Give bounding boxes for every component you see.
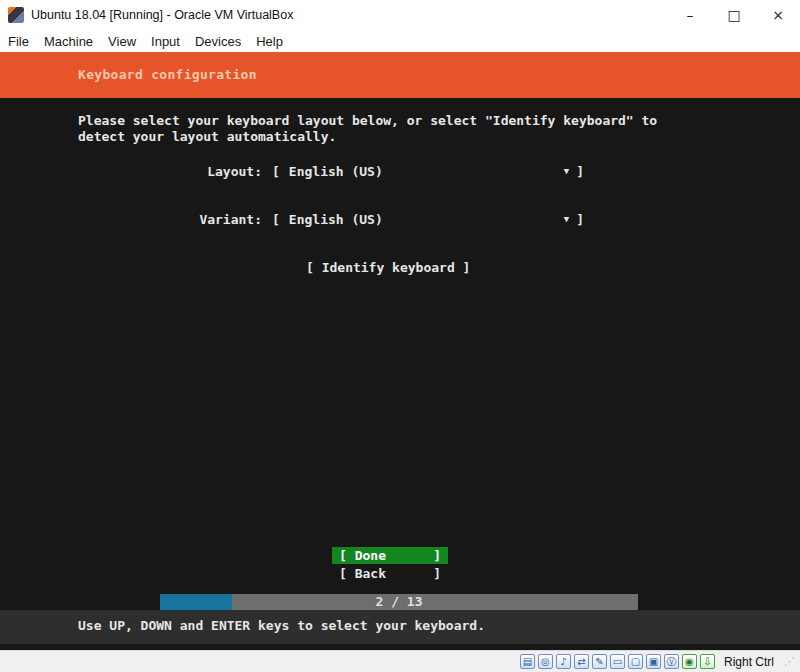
virtualbox-logo-icon	[8, 7, 24, 23]
layout-value: English (US)	[289, 164, 383, 179]
instruction-line-2: detect your layout automatically.	[78, 129, 657, 145]
layout-dropdown[interactable]: [ English (US) ▼ ]	[272, 164, 584, 179]
keyboard-hint-text: Use UP, DOWN and ENTER keys to select yo…	[78, 610, 485, 642]
features-icon[interactable]: Ⓥ	[664, 654, 679, 669]
menu-devices[interactable]: Devices	[195, 34, 241, 49]
done-button[interactable]: [ Done ]	[332, 547, 448, 564]
identify-keyboard-button[interactable]: [ Identify keyboard ]	[306, 260, 470, 275]
variant-value: English (US)	[289, 212, 383, 227]
close-button[interactable]: ×	[756, 0, 800, 30]
back-button[interactable]: [ Back ]	[332, 565, 448, 582]
recording-icon[interactable]: ▣	[646, 654, 661, 669]
audio-icon[interactable]: ♪	[556, 654, 571, 669]
variant-label: Variant:	[150, 212, 262, 227]
window-title: Ubuntu 18.04 [Running] - Oracle VM Virtu…	[31, 8, 293, 22]
page-title: Keyboard configuration	[78, 52, 257, 98]
progress-bar: 2 / 13	[160, 594, 638, 610]
vm-display[interactable]: Keyboard configuration Please select you…	[0, 52, 800, 650]
chevron-down-icon: ▼	[564, 164, 569, 179]
variant-dropdown[interactable]: [ English (US) ▼ ]	[272, 212, 584, 227]
shared-folders-icon[interactable]: ▭	[610, 654, 625, 669]
host-key-label: Right Ctrl	[724, 655, 774, 669]
layout-close-bracket: ]	[576, 164, 584, 179]
optical-disc-icon[interactable]: ◎	[538, 654, 553, 669]
minimize-button[interactable]: –	[668, 0, 712, 30]
menubar: File Machine View Input Devices Help	[0, 30, 800, 52]
chevron-down-icon: ▼	[564, 212, 569, 227]
window-titlebar: Ubuntu 18.04 [Running] - Oracle VM Virtu…	[0, 0, 800, 30]
menu-file[interactable]: File	[8, 34, 29, 49]
installer-footer: Use UP, DOWN and ENTER keys to select yo…	[0, 610, 800, 644]
instruction-text: Please select your keyboard layout below…	[78, 113, 657, 144]
layout-field-row: Layout: [ English (US) ▼ ]	[0, 164, 800, 181]
window-controls: – □ ×	[668, 0, 800, 30]
layout-label: Layout:	[150, 164, 262, 179]
installer-header: Keyboard configuration	[0, 52, 800, 98]
hard-disk-icon[interactable]: ▤	[520, 654, 535, 669]
menu-input[interactable]: Input	[151, 34, 180, 49]
menu-view[interactable]: View	[108, 34, 136, 49]
network-icon[interactable]: ⇄	[574, 654, 589, 669]
instruction-line-1: Please select your keyboard layout below…	[78, 113, 657, 129]
variant-open-bracket: [	[272, 212, 280, 227]
display-icon[interactable]: ▢	[628, 654, 643, 669]
progress-step-label: 2 / 13	[160, 594, 638, 610]
variant-close-bracket: ]	[576, 212, 584, 227]
resize-grip[interactable]: ⋰	[784, 655, 794, 668]
menu-machine[interactable]: Machine	[44, 34, 93, 49]
variant-field-row: Variant: [ English (US) ▼ ]	[0, 212, 800, 229]
usb-icon[interactable]: ✎	[592, 654, 607, 669]
menu-help[interactable]: Help	[256, 34, 283, 49]
maximize-button[interactable]: □	[712, 0, 756, 30]
statusbar: ▤ ◎ ♪ ⇄ ✎ ▭ ▢ ▣ Ⓥ ◉ ⇩ Right Ctrl ⋰	[0, 650, 800, 672]
mouse-integration-icon[interactable]: ◉	[682, 654, 697, 669]
keyboard-capture-icon[interactable]: ⇩	[700, 654, 715, 669]
layout-open-bracket: [	[272, 164, 280, 179]
